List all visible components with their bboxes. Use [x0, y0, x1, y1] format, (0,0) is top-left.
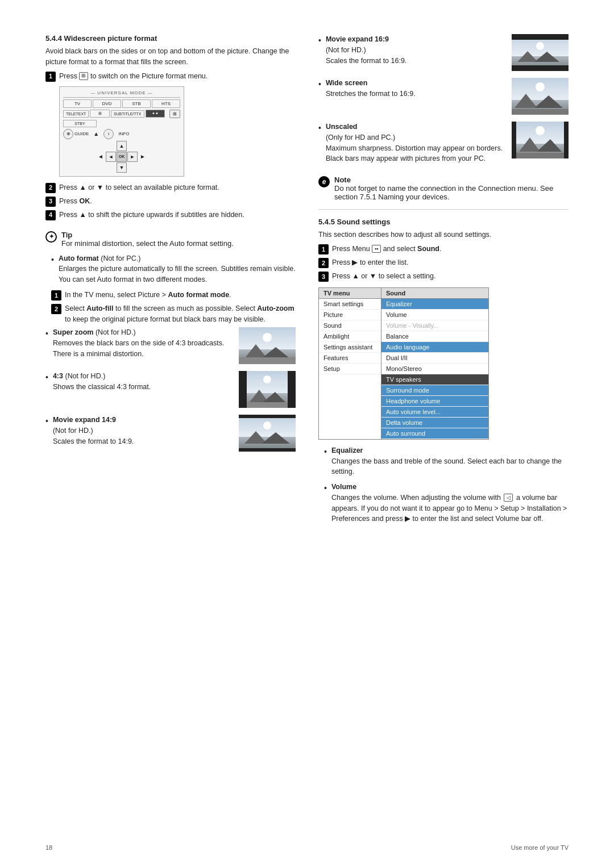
- bullet-wide: • Wide screen Stretches the format to 16…: [318, 78, 506, 99]
- step-3: 3 Press OK.: [45, 196, 296, 207]
- left-column: 5.4.4 Widescreen picture format Avoid bl…: [45, 34, 296, 535]
- step-1: 1 Press ⊞ to switch on the Picture forma…: [45, 71, 296, 82]
- section-545-title: 5.4.5 Sound settings: [318, 218, 569, 226]
- sound-step-num-1: 1: [318, 244, 329, 254]
- bullet-auto-format: • Auto format (Not for PC.) Enlarges the…: [51, 253, 296, 285]
- volume-icon: ◁: [504, 494, 513, 502]
- svg-marker-10: [519, 137, 540, 152]
- tv-menu-inner: TV menu Smart settings Picture Sound Amb…: [318, 287, 489, 440]
- note-icon: e: [318, 176, 330, 187]
- bullet-volume: • Volume Changes the volume. When adjust…: [324, 482, 569, 524]
- svg-marker-11: [537, 139, 562, 152]
- right-column: • Movie expand 16:9 (Not for HD.) Scales…: [318, 34, 569, 535]
- tv-menu-table: TV menu Smart settings Picture Sound Amb…: [318, 287, 489, 440]
- step-2: 2 Press ▲ or ▼ to select an available pi…: [45, 182, 296, 193]
- tv-menu-item-balance: Balance: [381, 331, 488, 342]
- sound-step-2-text: Press ▶ to enter the list.: [332, 257, 569, 268]
- movie-169-row: • Movie expand 16:9 (Not for HD.) Scales…: [318, 34, 569, 71]
- sound-step-1: 1 Press Menu ▪▪ and select Sound.: [318, 244, 569, 254]
- unscaled-row: • Unscaled (Only for HD and PC.) Maximum…: [318, 122, 569, 169]
- unscaled-content: • Unscaled (Only for HD and PC.) Maximum…: [318, 122, 506, 169]
- sound-step-num-2: 2: [318, 258, 329, 268]
- tv-menu-item-dual: Dual I/II: [381, 353, 488, 364]
- tv-menu-left-panel: TV menu Smart settings Picture Sound Amb…: [319, 288, 381, 439]
- sub-step-2-text: Select Auto-fill to fill the screen as m…: [65, 303, 296, 325]
- equalizer-content: Equalizer Changes the bass and treble of…: [331, 445, 569, 477]
- step-4-text: Press ▲ to shift the picture upwards if …: [59, 210, 296, 220]
- sound-bullet-list: • Equalizer Changes the bass and treble …: [324, 445, 569, 524]
- bullet-movie-14: • Movie expand 14:9 (Not for HD.) Scales…: [45, 415, 233, 446]
- super-zoom-thumb: [239, 327, 296, 364]
- super-zoom-content: • Super zoom (Not for HD.) Removes the b…: [45, 327, 233, 364]
- tv-menu-item-tv-speakers: TV speakers: [381, 374, 488, 385]
- tv-menu-item-settings: Settings assistant: [319, 342, 381, 353]
- svg-marker-9: [534, 95, 563, 108]
- volume-content: Volume Changes the volume. When adjustin…: [331, 482, 569, 524]
- four-three-thumb: [239, 371, 296, 408]
- auto-format-content: Auto format (Not for PC.) Enlarges the p…: [59, 253, 296, 285]
- remote-diagram: — UNIVERSAL MODE — TV DVD STB HTS TELETE…: [59, 86, 184, 177]
- note-text: Do not forget to name the connection in …: [334, 184, 553, 201]
- step-4: 4 Press ▲ to shift the picture upwards i…: [45, 210, 296, 220]
- super-zoom-text: Super zoom (Not for HD.) Removes the bla…: [53, 327, 233, 359]
- sound-step-1-text: Press Menu ▪▪ and select Sound.: [332, 244, 569, 254]
- menu-icon: ▪▪: [372, 245, 381, 253]
- unscaled-text: Unscaled (Only for HD and PC.) Maximum s…: [326, 122, 506, 164]
- tip-label: Tip: [61, 231, 72, 239]
- step-1-text: Press ⊞ to switch on the Picture format …: [59, 71, 296, 82]
- svg-marker-6: [517, 51, 538, 62]
- tv-menu-item-volume-visually: Volume - Visually...: [381, 320, 488, 331]
- tip-box: ✦ Tip For minimal distortion, select the…: [45, 231, 296, 248]
- wide-screen-thumb: [512, 78, 569, 115]
- page-layout: 5.4.4 Widescreen picture format Avoid bl…: [45, 34, 569, 535]
- tv-menu-item-delta: Delta volume: [381, 418, 488, 428]
- four-three-content: • 4:3 (Not for HD.) Shows the classical …: [45, 371, 233, 397]
- svg-marker-7: [534, 52, 559, 62]
- section-544-title: 5.4.4 Widescreen picture format: [45, 34, 296, 43]
- section-divider: [318, 209, 569, 210]
- step-num-4: 4: [45, 210, 56, 220]
- tip-content: Tip For minimal distortion, select the A…: [61, 231, 234, 248]
- tv-menu-item-headphone: Headphone volume: [381, 396, 488, 407]
- sub-step-num-2: 2: [51, 304, 61, 314]
- movie-14-row: • Movie expand 14:9 (Not for HD.) Scales…: [45, 415, 296, 452]
- tv-menu-item-picture: Picture: [319, 310, 381, 320]
- bullet-list-formats: • Auto format (Not for PC.) Enlarges the…: [51, 253, 296, 285]
- step-num-3: 3: [45, 197, 56, 207]
- note-box: e Note Do not forget to name the connect…: [318, 176, 569, 201]
- movie-14-thumb: [239, 415, 296, 452]
- step-num-1: 1: [45, 72, 56, 82]
- four-three-row: • 4:3 (Not for HD.) Shows the classical …: [45, 371, 296, 408]
- movie-14-content: • Movie expand 14:9 (Not for HD.) Scales…: [45, 415, 233, 451]
- tv-menu-item-setup: Setup: [319, 364, 381, 374]
- step-num-2: 2: [45, 183, 56, 193]
- tv-menu-item-smart: Smart settings: [319, 299, 381, 310]
- section-544: 5.4.4 Widescreen picture format Avoid bl…: [45, 34, 296, 220]
- tv-menu-item-volume: Volume: [381, 310, 488, 320]
- tv-menu-right-panel: Sound Equalizer Volume Volume - Visually…: [381, 288, 488, 439]
- tv-menu-item-sound: Sound: [319, 320, 381, 331]
- svg-marker-8: [515, 94, 537, 108]
- sound-step-num-3: 3: [318, 272, 329, 282]
- movie-169-content: • Movie expand 16:9 (Not for HD.) Scales…: [318, 34, 506, 70]
- page-footer: 18 Use more of your TV: [45, 844, 569, 851]
- tip-icon: ✦: [45, 231, 57, 243]
- tv-menu-item-equalizer: Equalizer: [381, 299, 488, 310]
- sound-step-3-text: Press ▲ or ▼ to select a setting.: [332, 271, 569, 282]
- unscaled-thumb: [512, 122, 569, 158]
- section-545-intro: This section describes how to adjust all…: [318, 229, 569, 240]
- wide-screen-row: • Wide screen Stretches the format to 16…: [318, 78, 569, 115]
- note-content: Note Do not forget to name the connectio…: [334, 176, 569, 201]
- super-zoom-row: • Super zoom (Not for HD.) Removes the b…: [45, 327, 296, 364]
- sub-step-1: 1 In the TV menu, select Picture > Auto …: [51, 290, 296, 301]
- svg-marker-4: [244, 431, 267, 444]
- tip-text: For minimal distortion, select the Auto …: [61, 239, 234, 248]
- sound-step-2: 2 Press ▶ to enter the list.: [318, 257, 569, 268]
- movie-14-text: Movie expand 14:9 (Not for HD.) Scales t…: [53, 415, 134, 446]
- svg-marker-5: [262, 432, 290, 444]
- step-3-text: Press OK.: [59, 196, 296, 207]
- tv-menu-item-audio-lang: Audio language: [381, 342, 488, 353]
- note-label: Note: [334, 176, 351, 184]
- bullet-four-three: • 4:3 (Not for HD.) Shows the classical …: [45, 371, 233, 393]
- tv-menu-item-auto-surround: Auto surround: [381, 428, 488, 439]
